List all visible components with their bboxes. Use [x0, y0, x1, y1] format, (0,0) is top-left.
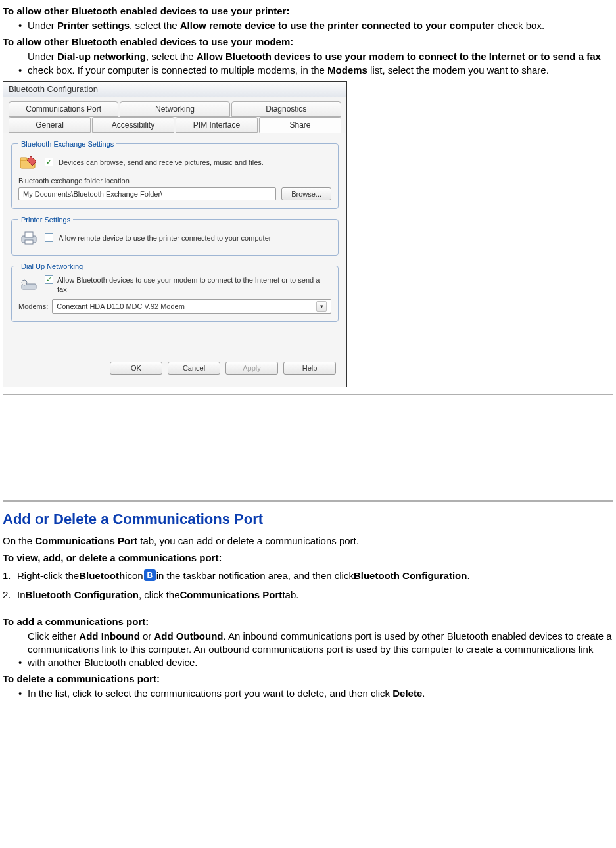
printer-checkbox-row: Allow remote device to use the printer c… — [18, 229, 331, 247]
bullet-printer-text: Under Printer settings, select the Allow… — [28, 19, 613, 32]
browse-button[interactable]: Browse... — [281, 187, 331, 200]
text: check box. — [494, 20, 544, 31]
text: check box. If your computer is connected… — [28, 64, 327, 76]
text: tab, you can add or delete a communicati… — [137, 535, 359, 546]
exchange-checkbox-row: Devices can browse, send and receive pic… — [18, 153, 331, 172]
modems-label: Modems: — [18, 302, 48, 310]
exchange-folder-input[interactable]: My Documents\Bluetooth Exchange Folder\ — [18, 187, 276, 200]
bullet-char: • — [18, 656, 28, 669]
legend-printer: Printer Settings — [18, 216, 73, 224]
text-bold: Add Outbound — [154, 630, 224, 642]
svg-rect-3 — [25, 232, 33, 237]
text: On the — [3, 535, 35, 546]
bullet-add-text: Click either Add Inbound or Add Outbound… — [28, 630, 613, 670]
separator — [3, 394, 613, 395]
legend-exchange: Bluetooth Exchange Settings — [18, 140, 116, 148]
heading-add-port: To add a communications port: — [3, 616, 613, 627]
tab-pim-interface[interactable]: PIM Interface — [176, 117, 258, 133]
text: Under — [28, 51, 57, 62]
printer-checkbox[interactable] — [45, 233, 53, 242]
tab-row-lower: General Accessibility PIM Interface Shar… — [9, 117, 341, 133]
modems-select[interactable]: Conexant HDA D110 MDC V.92 Modem ▾ — [52, 299, 331, 314]
folder-pencil-icon — [18, 153, 39, 172]
tab-share[interactable]: Share — [259, 117, 341, 133]
tab-diagnostics[interactable]: Diagnostics — [231, 101, 341, 117]
dialog-titlebar: Bluetooth Configuration — [3, 82, 346, 97]
dialup-checkbox[interactable] — [45, 275, 53, 284]
modem-icon — [18, 275, 39, 294]
text-bold: Bluetooth Configuration — [26, 588, 139, 601]
bullet-modem: • Under Dial-up networking, select the A… — [18, 50, 613, 77]
bullet-modem-text: Under Dial-up networking, select the All… — [28, 50, 613, 77]
text-bold: Bluetooth — [79, 569, 125, 582]
tab-general[interactable]: General — [9, 117, 91, 133]
text: , select the — [130, 20, 180, 31]
ok-button[interactable]: OK — [110, 362, 162, 375]
apply-button[interactable]: Apply — [225, 362, 278, 375]
svg-point-6 — [22, 280, 27, 285]
cancel-button[interactable]: Cancel — [168, 362, 220, 375]
text: In the list, click to select the communi… — [28, 688, 392, 699]
fieldset-exchange: Bluetooth Exchange Settings Devices can … — [11, 140, 339, 209]
spacer — [3, 402, 613, 494]
text: In — [17, 588, 26, 601]
text-bold: Bluetooth Configuration — [354, 569, 467, 582]
dialup-check-wrap: Allow Bluetooth devices to use your mode… — [45, 275, 331, 294]
tabs-area: Communications Port Networking Diagnosti… — [3, 97, 346, 133]
step-2: 2. In Bluetooth Configuration, click the… — [3, 588, 613, 601]
svg-rect-1 — [20, 158, 27, 160]
step-number: 2. — [3, 588, 17, 601]
separator — [3, 500, 613, 502]
text: tab. — [282, 588, 298, 601]
bullet-add-port: • Click either Add Inbound or Add Outbou… — [18, 630, 613, 670]
tab-row-upper: Communications Port Networking Diagnosti… — [9, 101, 341, 117]
exchange-check-label: Devices can browse, send and receive pic… — [59, 158, 264, 166]
text-bold: Allow Bluetooth devices to use your mode… — [197, 51, 601, 62]
heading-add-delete-port: Add or Delete a Communications Port — [3, 511, 613, 528]
text: or — [140, 630, 154, 642]
text-bold: Communications Port — [35, 535, 137, 546]
dialup-checkbox-row: Allow Bluetooth devices to use your mode… — [18, 275, 331, 294]
text: Click either — [28, 630, 79, 642]
legend-dialup: Dial Up Networking — [18, 262, 85, 270]
svg-rect-4 — [25, 240, 33, 244]
text-bold: Modems — [327, 64, 367, 76]
bluetooth-config-dialog: Bluetooth Configuration Communications P… — [3, 81, 347, 388]
text: Right-click the — [17, 569, 79, 582]
text-bold: Dial-up networking — [57, 51, 146, 62]
text-bold: Allow remote device to use the printer c… — [180, 20, 494, 31]
text: . — [467, 569, 469, 582]
tab-communications-port[interactable]: Communications Port — [9, 101, 118, 117]
share-panel: Bluetooth Exchange Settings Devices can … — [3, 133, 346, 387]
text-bold: Communications Port — [180, 588, 283, 601]
bullet-printer: • Under Printer settings, select the All… — [18, 19, 613, 32]
exchange-folder-label: Bluetooth exchange folder location — [18, 177, 331, 185]
heading-allow-printer: To allow other Bluetooth enabled devices… — [3, 5, 613, 16]
text: , select the — [146, 51, 197, 62]
bullet-char: • — [18, 64, 28, 77]
intro-text: On the Communications Port tab, you can … — [3, 534, 613, 548]
bluetooth-icon: B — [144, 569, 156, 581]
bullet-delete-text: In the list, click to select the communi… — [28, 687, 613, 700]
text: in the taskbar notification area, and th… — [156, 569, 354, 582]
text: , click the — [139, 588, 180, 601]
modems-value: Conexant HDA D110 MDC V.92 Modem — [57, 302, 185, 310]
text: list, select the modem you want to share… — [367, 64, 549, 76]
fieldset-printer: Printer Settings Allow remote device to … — [11, 216, 339, 256]
help-button[interactable]: Help — [283, 362, 336, 375]
fieldset-dialup: Dial Up Networking Allow Bluetooth devic… — [11, 262, 339, 323]
step-1: 1. Right-click the Bluetooth icon Bin th… — [3, 569, 613, 582]
exchange-checkbox[interactable] — [45, 158, 53, 166]
text: icon — [125, 569, 143, 582]
text: Under — [28, 20, 57, 31]
bullet-char: • — [18, 19, 28, 32]
text-bold: Delete — [392, 688, 422, 699]
tab-networking[interactable]: Networking — [120, 101, 229, 117]
text: . — [422, 688, 425, 699]
step-number: 1. — [3, 569, 17, 582]
printer-icon — [18, 229, 39, 247]
chevron-down-icon: ▾ — [316, 301, 327, 312]
heading-view-add-delete: To view, add, or delete a communications… — [3, 552, 613, 563]
dialog-button-row: OK Cancel Apply Help — [11, 355, 339, 380]
tab-accessibility[interactable]: Accessibility — [92, 117, 174, 133]
